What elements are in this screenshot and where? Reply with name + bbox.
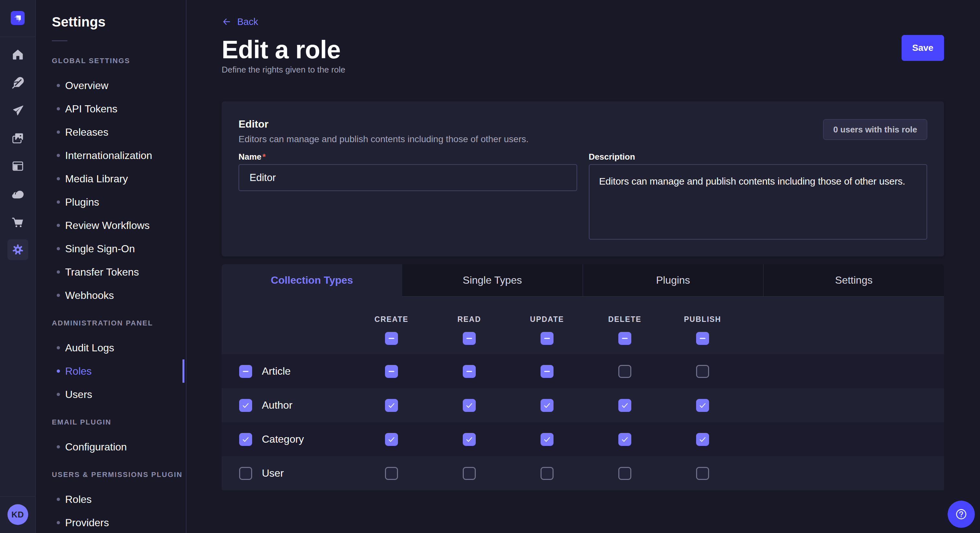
user-update-checkbox[interactable]	[541, 467, 554, 480]
row-author-checkbox[interactable]	[239, 399, 252, 412]
subnav-item-audit-logs[interactable]: Audit Logs	[52, 336, 186, 359]
rail-icon-releases[interactable]	[8, 100, 28, 121]
column-header-create: CREATE	[353, 315, 430, 324]
subnav-item-label: Audit Logs	[65, 342, 114, 354]
subnav-item-configuration[interactable]: Configuration	[52, 435, 186, 458]
author-update-checkbox[interactable]	[541, 399, 554, 412]
rail-icon-home[interactable]	[8, 44, 28, 65]
rail-icon-content-manager[interactable]	[8, 72, 28, 93]
subnav-item-roles[interactable]: Roles	[52, 488, 186, 511]
bullet-icon	[57, 177, 60, 180]
subnav-item-releases[interactable]: Releases	[52, 121, 186, 144]
subnav-item-api-tokens[interactable]: API Tokens	[52, 97, 186, 121]
subnav-item-label: Providers	[65, 517, 109, 529]
subnav-section-label: GLOBAL SETTINGS	[52, 57, 130, 65]
article-read-checkbox[interactable]	[463, 365, 476, 378]
subnav-item-roles[interactable]: Roles	[52, 359, 186, 383]
row-label: Author	[262, 399, 292, 411]
rail-icon-settings[interactable]	[8, 239, 28, 260]
subnav-item-label: Review Workflows	[65, 219, 150, 232]
bullet-icon	[57, 224, 60, 227]
subnav-item-plugins[interactable]: Plugins	[52, 190, 186, 214]
category-read-checkbox[interactable]	[463, 433, 476, 446]
settings-subnav: Settings GLOBAL SETTINGSOverviewAPI Toke…	[36, 0, 186, 533]
user-delete-checkbox[interactable]	[618, 467, 631, 480]
permission-row-author: Author	[222, 388, 944, 422]
author-publish-checkbox[interactable]	[696, 399, 709, 412]
row-category-checkbox[interactable]	[239, 433, 252, 446]
bullet-icon	[57, 200, 60, 204]
select-all-create-checkbox[interactable]	[385, 332, 398, 345]
article-create-checkbox[interactable]	[385, 365, 398, 378]
tab-single-types[interactable]: Single Types	[402, 264, 583, 297]
role-name-heading: Editor	[239, 119, 528, 130]
bullet-icon	[57, 84, 60, 87]
article-publish-checkbox[interactable]	[696, 365, 709, 378]
user-read-checkbox[interactable]	[463, 467, 476, 480]
role-description-text: Editors can manage and publish contents …	[239, 134, 528, 144]
subnav-item-media-library[interactable]: Media Library	[52, 167, 186, 190]
subnav-item-review-workflows[interactable]: Review Workflows	[52, 214, 186, 237]
bullet-icon	[57, 393, 60, 396]
page-title: Edit a role	[222, 39, 340, 60]
select-all-read-checkbox[interactable]	[463, 332, 476, 345]
help-button[interactable]	[948, 501, 975, 528]
author-delete-checkbox[interactable]	[618, 399, 631, 412]
row-label: Article	[262, 365, 291, 377]
tab-collection-types[interactable]: Collection Types	[222, 264, 402, 297]
name-input[interactable]: Editor	[239, 164, 577, 191]
row-article-checkbox[interactable]	[239, 365, 252, 378]
select-all-delete-checkbox[interactable]	[618, 332, 631, 345]
subnav-item-internationalization[interactable]: Internationalization	[52, 144, 186, 167]
category-create-checkbox[interactable]	[385, 433, 398, 446]
subnav-item-label: Overview	[65, 80, 108, 92]
user-avatar[interactable]: KD	[8, 504, 28, 525]
author-create-checkbox[interactable]	[385, 399, 398, 412]
rail-icon-media-library[interactable]	[8, 128, 28, 149]
bullet-icon	[57, 107, 60, 110]
subnav-item-single-sign-on[interactable]: Single Sign-On	[52, 237, 186, 260]
author-read-checkbox[interactable]	[463, 399, 476, 412]
row-label: User	[262, 467, 284, 479]
article-update-checkbox[interactable]	[541, 365, 554, 378]
strapi-logo[interactable]	[11, 11, 25, 25]
subnav-title: Settings	[52, 14, 186, 30]
rail-icons	[8, 44, 28, 260]
select-all-update-checkbox[interactable]	[541, 332, 554, 345]
subnav-item-users[interactable]: Users	[52, 383, 186, 406]
subnav-item-label: Roles	[65, 365, 92, 377]
bullet-icon	[57, 154, 60, 157]
tab-settings[interactable]: Settings	[764, 264, 944, 297]
user-create-checkbox[interactable]	[385, 467, 398, 480]
subnav-item-label: Webhooks	[65, 289, 114, 301]
article-delete-checkbox[interactable]	[618, 365, 631, 378]
category-update-checkbox[interactable]	[541, 433, 554, 446]
save-button[interactable]: Save	[902, 35, 944, 61]
back-arrow-icon	[222, 17, 231, 27]
rail-icon-deploy[interactable]	[8, 184, 28, 204]
subnav-item-providers[interactable]: Providers	[52, 511, 186, 533]
select-all-publish-checkbox[interactable]	[696, 332, 709, 345]
main-content: Back Edit a role Save Define the rights …	[186, 0, 980, 533]
back-link[interactable]: Back	[222, 16, 258, 28]
subnav-item-label: API Tokens	[65, 103, 117, 115]
subnav-item-webhooks[interactable]: Webhooks	[52, 284, 186, 307]
subnav-section-label: EMAIL PLUGIN	[52, 418, 111, 427]
row-user-checkbox[interactable]	[239, 467, 252, 480]
column-header-publish: PUBLISH	[664, 315, 741, 324]
page-subtitle: Define the rights given to the role	[222, 65, 944, 75]
description-label: Description	[589, 152, 928, 162]
user-publish-checkbox[interactable]	[696, 467, 709, 480]
rail-icon-content-type-builder[interactable]	[8, 156, 28, 176]
bullet-icon	[57, 370, 60, 373]
category-publish-checkbox[interactable]	[696, 433, 709, 446]
subnav-item-overview[interactable]: Overview	[52, 74, 186, 97]
row-label: Category	[262, 433, 304, 445]
users-with-role-button[interactable]: 0 users with this role	[823, 119, 927, 140]
bullet-icon	[57, 247, 60, 250]
rail-icon-marketplace[interactable]	[8, 211, 28, 232]
category-delete-checkbox[interactable]	[618, 433, 631, 446]
subnav-item-transfer-tokens[interactable]: Transfer Tokens	[52, 260, 186, 284]
description-textarea[interactable]: Editors can manage and publish contents …	[589, 164, 928, 240]
tab-plugins[interactable]: Plugins	[583, 264, 764, 297]
